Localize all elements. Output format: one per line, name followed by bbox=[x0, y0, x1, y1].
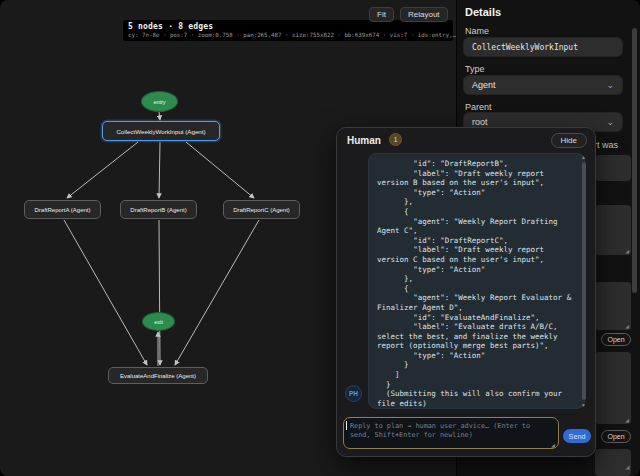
avatar: PH bbox=[345, 385, 362, 402]
agent-message-bubble: "id": "DraftReportB", "label": "Draft we… bbox=[368, 153, 585, 409]
open-button[interactable]: Open bbox=[601, 430, 631, 443]
resize-handle-icon[interactable]: ◢ bbox=[625, 249, 629, 254]
name-label: Name bbox=[465, 26, 489, 36]
node-collect-weekly-work-input[interactable]: CollectWeeklyWorkInput (Agent) bbox=[102, 121, 220, 141]
resize-handle-icon[interactable]: ◢ bbox=[625, 324, 629, 329]
text-caret bbox=[346, 421, 347, 430]
human-input-modal: Human 1 Hide "id": "DraftReportB", "labe… bbox=[336, 127, 596, 457]
sidebar-scrollbar-thumb[interactable] bbox=[632, 28, 637, 293]
node-evaluate-and-finalize[interactable]: EvaluateAndFinalize (Agent) bbox=[108, 367, 208, 384]
relayout-button[interactable]: Relayout bbox=[400, 7, 448, 22]
fit-button[interactable]: Fit bbox=[369, 7, 394, 22]
type-label: Type bbox=[465, 64, 485, 74]
message-scrollbar-thumb[interactable] bbox=[582, 162, 586, 400]
send-button[interactable]: Send bbox=[563, 429, 591, 443]
chevron-down-icon: ⌄ bbox=[606, 118, 614, 127]
graph-stats-detail: cy: 7n-8e · pos:7 · zoom:0.758 · pan:265… bbox=[128, 32, 448, 38]
resize-handle-icon[interactable]: ◢ bbox=[551, 442, 555, 448]
type-select[interactable]: Agent ⌄ bbox=[463, 75, 623, 95]
scroll-up-arrow-icon[interactable]: ▲ bbox=[581, 154, 586, 160]
pending-count-badge: 1 bbox=[389, 133, 402, 146]
app-window: 5 nodes · 8 edges cy: 7n-8e · pos:7 · zo… bbox=[0, 0, 640, 476]
type-select-value: Agent bbox=[472, 80, 496, 90]
graph-stats-summary: 5 nodes · 8 edges bbox=[128, 22, 448, 31]
open-button[interactable]: Open bbox=[601, 333, 631, 346]
name-input[interactable]: CollectWeeklyWorkInput bbox=[463, 37, 623, 57]
node-draft-report-c[interactable]: DraftReportC (Agent) bbox=[223, 200, 300, 219]
node-draft-report-b[interactable]: DraftReportB (Agent) bbox=[120, 200, 197, 219]
scroll-down-arrow-icon[interactable]: ▼ bbox=[581, 402, 586, 408]
hide-button[interactable]: Hide bbox=[551, 133, 587, 148]
graph-stats-overlay: 5 nodes · 8 edges cy: 7n-8e · pos:7 · zo… bbox=[123, 20, 453, 41]
occluded-textarea[interactable]: ◢ bbox=[595, 282, 631, 330]
window-resize-handle-icon[interactable]: ◢ bbox=[625, 463, 630, 470]
occluded-textarea[interactable]: ◢ bbox=[595, 205, 631, 255]
occluded-field[interactable] bbox=[595, 155, 631, 181]
parent-select-value: root bbox=[472, 117, 488, 127]
details-title: Details bbox=[465, 6, 501, 18]
resize-handle-icon[interactable]: ◢ bbox=[625, 418, 629, 423]
node-draft-report-a[interactable]: DraftReportA (Agent) bbox=[24, 200, 101, 219]
occluded-textarea[interactable]: ◢ bbox=[595, 352, 631, 424]
reply-input[interactable] bbox=[343, 417, 559, 449]
occluded-text-fragment: rt was bbox=[594, 140, 618, 150]
node-exit[interactable]: exit bbox=[142, 312, 175, 331]
agent-message-text: "id": "DraftReportB", "label": "Draft we… bbox=[377, 159, 574, 408]
parent-label: Parent bbox=[465, 102, 492, 112]
node-entry[interactable]: entry bbox=[141, 91, 178, 112]
modal-title: Human bbox=[347, 135, 381, 146]
chevron-down-icon: ⌄ bbox=[606, 81, 614, 90]
